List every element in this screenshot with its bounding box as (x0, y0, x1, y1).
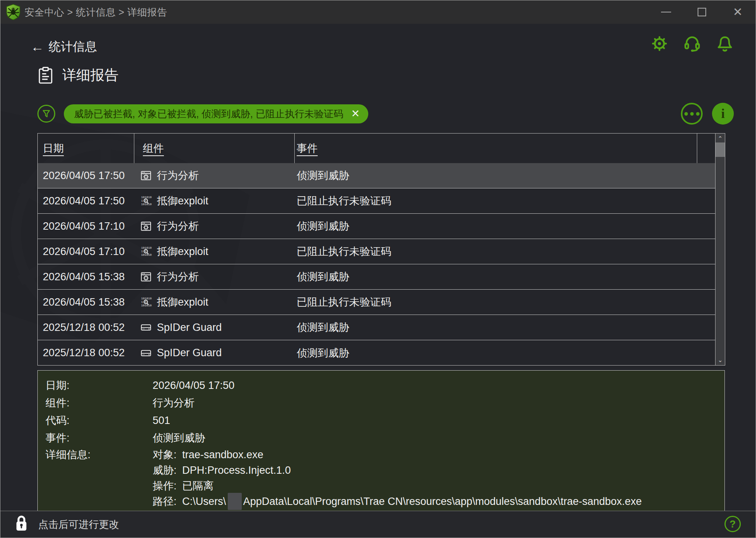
detail-label: 事件: (46, 429, 153, 447)
headset-icon[interactable] (683, 35, 701, 53)
events-table: 日期 组件 事件 2026/04/05 17:50 行为分析 侦测到威胁 202… (37, 133, 725, 366)
row-component: 行为分析 (134, 270, 295, 284)
detail-value: 2026/04/05 17:50 (153, 377, 234, 394)
row-date: 2025/12/18 00:52 (38, 322, 134, 334)
table-body: 2026/04/05 17:50 行为分析 侦测到威胁 2026/04/05 1… (38, 163, 715, 365)
detail-label: 组件: (46, 394, 153, 412)
filter-row: 威胁已被拦截, 对象已被拦截, 侦测到威胁, 已阻止执行未验证码 ✕ i (37, 103, 734, 125)
table-scrollbar[interactable]: ⌃ ⌄ (715, 134, 725, 365)
detail-label: 代码: (46, 412, 153, 429)
filter-chip-close-icon[interactable]: ✕ (351, 107, 360, 120)
detail-value: 侦测到威胁 (153, 429, 205, 447)
info-button[interactable]: i (712, 103, 734, 125)
row-date: 2026/04/05 17:10 (38, 220, 134, 232)
svg-text:101010: 101010 (141, 196, 152, 199)
details-panel: 日期:2026/04/05 17:50 组件:行为分析 代码:501 事件:侦测… (37, 370, 725, 512)
scroll-up-icon[interactable]: ⌃ (716, 134, 725, 143)
clipboard-icon (37, 67, 54, 84)
column-header-event[interactable]: 事件 (295, 134, 697, 163)
column-header-date[interactable]: 日期 (38, 134, 134, 163)
detail-label: 日期: (46, 377, 153, 394)
svg-text:101010: 101010 (141, 304, 152, 307)
disk-drive-icon (140, 347, 152, 359)
help-icon: ? (730, 518, 736, 530)
filter-icon (42, 109, 51, 118)
detail-path: C:\Users\AppData\Local\Programs\Trae CN\… (182, 494, 642, 511)
svg-text:101010: 101010 (141, 203, 152, 206)
drweb-security-center-window: 安全中心 > 统计信息 > 详细报告 ✕ ← 统计信息 详细报告 (0, 0, 756, 538)
table-row[interactable]: 2026/04/05 17:10 行为分析 侦测到威胁 (38, 214, 715, 239)
row-event: 侦测到威胁 (295, 320, 715, 334)
exploit-protection-icon: 1010101 0101010 (140, 195, 152, 207)
footer-bar: 点击后可进行更改 ? (0, 511, 756, 538)
filter-chip[interactable]: 威胁已被拦截, 对象已被拦截, 侦测到威胁, 已阻止执行未验证码 ✕ (64, 104, 368, 123)
row-event: 侦测到威胁 (295, 219, 715, 233)
table-row[interactable]: 2026/04/05 15:38 1010101 0101010 抵御explo… (38, 290, 715, 315)
detail-value: 行为分析 (153, 394, 195, 412)
detail-threat: DPH:Process.Inject.1.0 (182, 462, 291, 478)
scrollbar-thumb[interactable] (716, 142, 725, 157)
detail-action: 已隔离 (182, 478, 214, 494)
maximize-icon (698, 8, 706, 16)
row-date: 2026/04/05 15:38 (38, 296, 134, 308)
more-options-button[interactable] (681, 103, 703, 125)
breadcrumb: 安全中心 > 统计信息 > 详细报告 (25, 6, 167, 19)
maximize-button[interactable] (684, 0, 720, 24)
row-component: SpIDer Guard (134, 322, 295, 334)
bell-icon[interactable] (716, 35, 734, 53)
behavior-analysis-icon (140, 220, 152, 232)
page-title: 详细报告 (62, 66, 118, 85)
row-component: 行为分析 (134, 169, 295, 183)
row-event: 侦测到威胁 (295, 270, 715, 284)
table-row[interactable]: 2026/04/05 17:50 行为分析 侦测到威胁 (38, 163, 715, 188)
column-header-stub (697, 134, 707, 163)
table-row[interactable]: 2026/04/05 15:38 行为分析 侦测到威胁 (38, 264, 715, 290)
lock-hint-text: 点击后可进行更改 (38, 518, 119, 531)
table-row[interactable]: 2026/04/05 17:10 1010101 0101010 抵御explo… (38, 239, 715, 264)
svg-text:101010: 101010 (141, 297, 152, 300)
exploit-protection-icon: 1010101 0101010 (140, 246, 152, 257)
lock-icon (14, 514, 28, 533)
lock-toggle[interactable] (14, 514, 28, 533)
scroll-down-icon[interactable]: ⌄ (716, 356, 725, 364)
row-event: 侦测到威胁 (295, 169, 715, 183)
row-date: 2026/04/05 15:38 (38, 271, 134, 283)
filter-chip-label: 威胁已被拦截, 对象已被拦截, 侦测到威胁, 已阻止执行未验证码 (74, 107, 343, 120)
titlebar: 安全中心 > 统计信息 > 详细报告 ✕ (0, 0, 756, 24)
close-button[interactable]: ✕ (720, 0, 756, 24)
table-row[interactable]: 2025/12/18 00:52 SpIDer Guard 侦测到威胁 (38, 315, 715, 340)
row-component: 1010101 0101010 抵御exploit (134, 295, 295, 309)
row-event: 已阻止执行未验证码 (295, 244, 715, 258)
close-icon: ✕ (733, 6, 742, 18)
column-header-component[interactable]: 组件 (134, 134, 295, 163)
table-row[interactable]: 2026/04/05 17:50 1010101 0101010 抵御explo… (38, 188, 715, 214)
row-component: 1010101 0101010 抵御exploit (134, 244, 295, 258)
back-label: 统计信息 (49, 39, 97, 55)
row-component: 行为分析 (134, 219, 295, 233)
detail-object: trae-sandbox.exe (182, 447, 264, 462)
back-navigation[interactable]: ← 统计信息 (31, 39, 97, 55)
back-arrow-icon: ← (31, 40, 44, 53)
more-icon (684, 112, 688, 116)
row-date: 2026/04/05 17:10 (38, 246, 134, 258)
behavior-analysis-icon (140, 170, 152, 181)
minimize-icon (661, 12, 671, 12)
row-component: 1010101 0101010 抵御exploit (134, 194, 295, 208)
drweb-logo (6, 4, 21, 20)
disk-drive-icon (140, 322, 152, 333)
svg-text:101010: 101010 (141, 246, 152, 250)
svg-text:101010: 101010 (141, 253, 152, 257)
top-actions (651, 35, 734, 53)
window-controls: ✕ (648, 0, 756, 24)
behavior-analysis-icon (140, 271, 152, 283)
table-header: 日期 组件 事件 (38, 134, 715, 163)
help-button[interactable]: ? (724, 516, 741, 532)
detail-value: 501 (153, 412, 170, 429)
minimize-button[interactable] (648, 0, 684, 24)
table-row[interactable]: 2025/12/18 00:52 SpIDer Guard 侦测到威胁 (38, 340, 715, 366)
detail-info-rows: 对象:trae-sandbox.exe 威胁:DPH:Process.Injec… (153, 447, 642, 511)
row-date: 2026/04/05 17:50 (38, 170, 134, 182)
filter-button[interactable] (37, 105, 55, 123)
gear-icon[interactable] (651, 35, 668, 53)
redacted-username (228, 493, 242, 510)
